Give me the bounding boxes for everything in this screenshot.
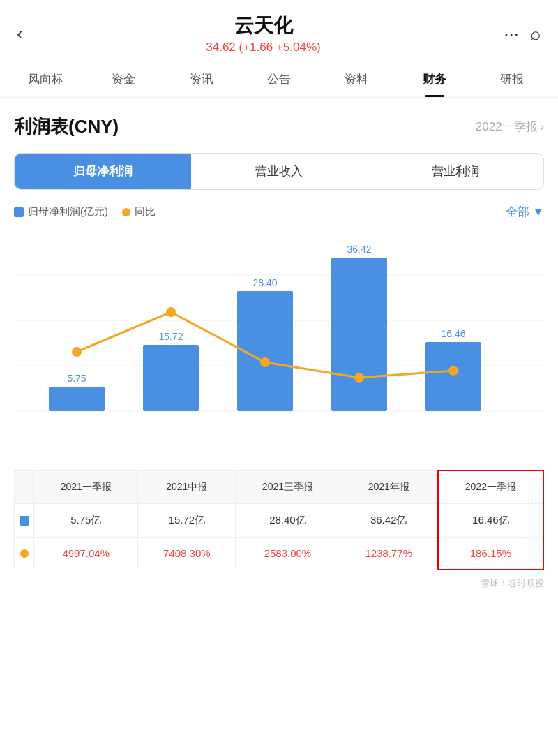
td-2022q1-line: 186.15% xyxy=(438,538,543,570)
td-2021annual-line: 1238.77% xyxy=(340,538,438,570)
chart-legend: 归母净利润(亿元) 同比 全部 ▼ xyxy=(14,204,544,220)
th-icon xyxy=(15,470,34,504)
footer-text: 雪球：谷时顺投 xyxy=(481,578,544,588)
th-2021mid: 2021中报 xyxy=(138,470,236,504)
search-button[interactable]: ⌕ xyxy=(530,23,541,45)
header-left: ‹ xyxy=(17,23,23,45)
legend-bar: 归母净利润(亿元) xyxy=(14,205,108,218)
td-2021q3-bar: 28.40亿 xyxy=(236,504,340,538)
td-2021annual-bar: 36.42亿 xyxy=(340,504,438,538)
footer: 雪球：谷时顺投 xyxy=(0,570,558,597)
trend-point-5 xyxy=(448,366,458,376)
tab-fengxiangbiao[interactable]: 风向标 xyxy=(7,61,84,97)
toggle-yingye-shouru[interactable]: 营业收入 xyxy=(191,154,368,189)
svg-text:36.42: 36.42 xyxy=(347,244,371,255)
th-2022q1: 2022一季报 xyxy=(438,470,543,504)
header: ‹ 云天化 34.62 (+1.66 +5.04%) ··· ⌕ xyxy=(0,0,558,61)
data-table: 2021一季报 2021中报 2021三季报 2021年报 2022一季报 5.… xyxy=(14,470,544,570)
tab-gonggao[interactable]: 公告 xyxy=(240,61,317,97)
trend-point-1 xyxy=(72,347,82,357)
trend-point-4 xyxy=(354,373,364,383)
table-header-row: 2021一季报 2021中报 2021三季报 2021年报 2022一季报 xyxy=(15,470,544,504)
tab-ziliao[interactable]: 资料 xyxy=(318,61,395,97)
th-2021annual: 2021年报 xyxy=(340,470,438,504)
main-section: 利润表(CNY) 2022一季报 › 归母净利润 营业收入 营业利润 归母净利润… xyxy=(0,98,558,570)
td-2021mid-bar: 15.72亿 xyxy=(138,504,236,538)
header-right: ··· ⌕ xyxy=(504,23,541,45)
filter-button[interactable]: 全部 ▼ xyxy=(506,204,544,220)
th-2021q3: 2021三季报 xyxy=(236,470,340,504)
stock-price: 34.62 (+1.66 +5.04%) xyxy=(206,40,320,54)
th-2021q1: 2021一季报 xyxy=(34,470,138,504)
stock-name: 云天化 xyxy=(206,13,320,39)
section-header: 利润表(CNY) 2022一季报 › xyxy=(14,114,544,139)
td-2021q3-line: 2583.00% xyxy=(236,538,340,570)
legend-bar-icon xyxy=(14,207,24,217)
td-2021q1-bar: 5.75亿 xyxy=(34,504,138,538)
toggle-group: 归母净利润 营业收入 营业利润 xyxy=(14,153,544,190)
tab-zixun[interactable]: 资讯 xyxy=(163,61,240,97)
dropdown-icon: ▼ xyxy=(532,205,544,219)
bar-2021annual xyxy=(331,258,387,411)
svg-text:5.75: 5.75 xyxy=(67,373,86,384)
td-line-icon xyxy=(15,538,34,570)
back-button[interactable]: ‹ xyxy=(17,23,23,45)
td-2021q1-line: 4997.04% xyxy=(34,538,138,570)
bar-2021q1 xyxy=(49,387,105,411)
chevron-right-icon: › xyxy=(541,121,544,133)
tab-yanbao[interactable]: 研报 xyxy=(474,61,551,97)
td-bar-icon xyxy=(15,504,34,538)
toggle-yingye-lirun[interactable]: 营业利润 xyxy=(367,154,543,189)
bar-chart: 5.75 15.72 28.40 36.42 16.46 xyxy=(14,230,544,453)
filter-label: 全部 xyxy=(506,204,529,220)
data-table-wrapper: 2021一季报 2021中报 2021三季报 2021年报 2022一季报 5.… xyxy=(14,463,544,570)
section-period[interactable]: 2022一季报 › xyxy=(476,119,544,135)
legend-line-icon xyxy=(122,208,130,216)
td-2022q1-bar: 16.46亿 xyxy=(438,504,543,538)
legend-bar-label: 归母净利润(亿元) xyxy=(28,205,108,218)
svg-text:28.40: 28.40 xyxy=(252,277,277,288)
nav-tabs: 风向标 资金 资讯 公告 资料 财务 研报 xyxy=(0,61,558,98)
bar-2021mid xyxy=(143,345,199,411)
trend-point-3 xyxy=(260,357,270,367)
table-row-bar: 5.75亿 15.72亿 28.40亿 36.42亿 16.46亿 xyxy=(15,504,544,538)
trend-point-2 xyxy=(166,307,176,317)
header-center: 云天化 34.62 (+1.66 +5.04%) xyxy=(206,13,320,54)
tab-zijin[interactable]: 资金 xyxy=(84,61,162,97)
svg-text:16.46: 16.46 xyxy=(441,328,465,339)
chart-container: 5.75 15.72 28.40 36.42 16.46 xyxy=(14,230,544,463)
legend-line-label: 同比 xyxy=(135,205,156,218)
td-2021mid-line: 7408.30% xyxy=(138,538,236,570)
table-row-line: 4997.04% 7408.30% 2583.00% 1238.77% 186.… xyxy=(15,538,544,570)
section-title: 利润表(CNY) xyxy=(14,114,119,139)
bar-2022q1 xyxy=(425,342,481,411)
period-label: 2022一季报 xyxy=(476,119,538,135)
legend-line: 同比 xyxy=(122,205,156,218)
toggle-guimu[interactable]: 归母净利润 xyxy=(15,154,191,189)
svg-text:15.72: 15.72 xyxy=(158,331,183,342)
tab-caiwu[interactable]: 财务 xyxy=(395,61,473,97)
more-button[interactable]: ··· xyxy=(504,23,519,45)
